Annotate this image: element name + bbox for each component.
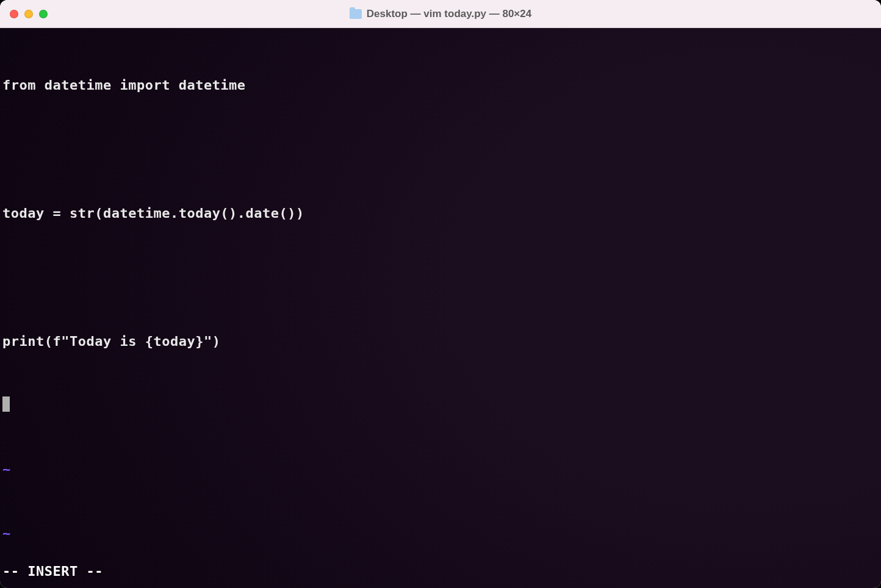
terminal-area[interactable]: from datetime import datetime today = st… xyxy=(0,28,881,588)
maximize-button[interactable] xyxy=(39,10,48,18)
code-line: from datetime import datetime xyxy=(2,74,879,96)
titlebar: Desktop — vim today.py — 80×24 xyxy=(0,0,881,28)
code-line xyxy=(2,267,879,288)
close-button[interactable] xyxy=(10,10,18,18)
code-line xyxy=(2,138,879,160)
code-line xyxy=(2,395,879,416)
vim-status-line: -- INSERT -- xyxy=(2,561,879,582)
vim-empty-line: ~ xyxy=(2,459,879,480)
minimize-button[interactable] xyxy=(24,10,33,18)
traffic-lights xyxy=(10,10,48,18)
window-title: Desktop — vim today.py — 80×24 xyxy=(367,8,531,20)
cursor-icon xyxy=(2,396,10,412)
title-wrap: Desktop — vim today.py — 80×24 xyxy=(0,8,881,20)
terminal-window: Desktop — vim today.py — 80×24 from date… xyxy=(0,0,881,588)
folder-icon xyxy=(350,9,362,19)
vim-empty-line: ~ xyxy=(2,523,879,544)
code-line: today = str(datetime.today().date()) xyxy=(2,203,879,224)
code-line: print(f"Today is {today}") xyxy=(2,331,879,352)
